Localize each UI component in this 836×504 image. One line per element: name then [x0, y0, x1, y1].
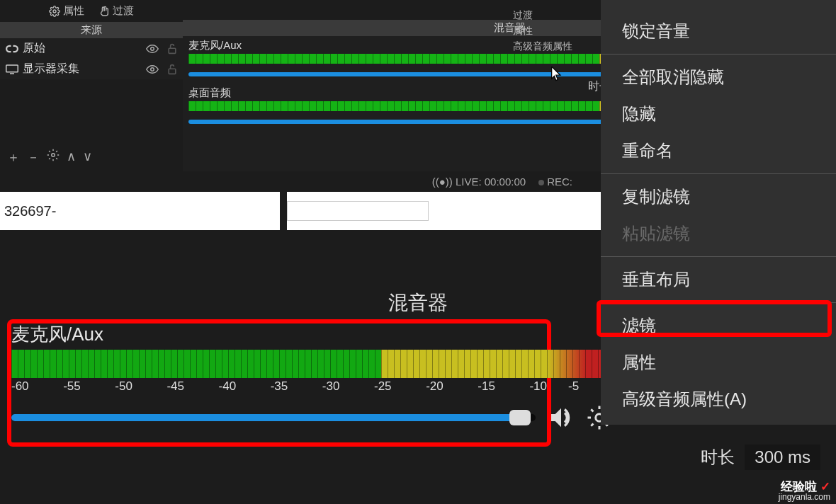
track-name: 麦克风/Aux	[188, 39, 242, 52]
tab-label: 属性	[63, 4, 84, 18]
speaker-icon[interactable]	[547, 406, 575, 430]
popup-item[interactable]: 高级音频属性	[513, 38, 572, 54]
rec-indicator: REC:	[538, 176, 572, 188]
eye-icon[interactable]	[146, 65, 159, 74]
monitor-icon	[6, 64, 18, 74]
cm-vertical-layout[interactable]: 垂直布局	[601, 261, 836, 298]
cm-copy-filters[interactable]: 复制滤镜	[601, 178, 836, 215]
svg-point-1	[151, 47, 154, 50]
source-item[interactable]: 原始	[0, 38, 183, 59]
tab-transitions[interactable]: 过渡	[93, 3, 140, 19]
gear-icon	[49, 6, 60, 17]
cm-hide[interactable]: 隐藏	[601, 96, 836, 132]
cm-rename[interactable]: 重命名	[601, 132, 836, 169]
big-audio-meter	[11, 350, 547, 378]
add-button[interactable]: ＋	[7, 149, 20, 166]
cm-paste-filters: 粘贴滤镜	[601, 215, 836, 252]
source-name: 显示器采集	[23, 62, 79, 76]
source-name: 原始	[23, 41, 45, 56]
cursor-icon	[551, 67, 563, 82]
cm-properties[interactable]: 属性	[601, 344, 836, 381]
big-volume-slider[interactable]	[11, 414, 536, 421]
settings-button[interactable]	[47, 149, 60, 166]
svg-point-4	[151, 67, 154, 71]
eye-icon[interactable]	[146, 45, 159, 53]
lock-icon[interactable]	[167, 64, 177, 75]
source-item[interactable]: 显示器采集	[0, 59, 183, 79]
svg-point-0	[53, 10, 56, 13]
dropdown-field[interactable]	[287, 201, 429, 221]
context-menu: 锁定音量 全部取消隐藏 隐藏 重命名 复制滤镜 粘贴滤镜 垂直布局 滤镜 属性 …	[601, 0, 836, 425]
highlight-box	[597, 300, 832, 337]
svg-point-6	[52, 154, 55, 157]
live-indicator: ((●)) LIVE: 00:00:00	[432, 176, 526, 188]
lock-icon[interactable]	[167, 43, 177, 55]
svg-rect-3	[6, 65, 18, 72]
cm-unhide-all[interactable]: 全部取消隐藏	[601, 59, 836, 96]
cm-advanced-audio[interactable]: 高级音频属性(A)	[601, 381, 836, 418]
duration-label: 时长	[701, 446, 735, 469]
move-up-button[interactable]: ∧	[67, 149, 76, 166]
tab-properties[interactable]: 属性	[43, 3, 90, 19]
svg-rect-2	[169, 48, 176, 53]
remove-button[interactable]: －	[27, 149, 40, 166]
track-name: 桌面音频	[188, 86, 231, 100]
cm-lock-volume[interactable]: 锁定音量	[601, 13, 836, 50]
hand-icon	[98, 6, 110, 17]
svg-rect-5	[169, 69, 176, 74]
highlight-box	[7, 319, 551, 447]
dropdown-popup: 过渡 属性 高级音频属性	[513, 7, 572, 54]
tab-label: 过渡	[113, 4, 134, 18]
popup-item[interactable]: 过渡	[513, 7, 572, 23]
duration-value[interactable]: 300 ms	[745, 445, 820, 470]
dropdown-text[interactable]: 326697-	[0, 203, 280, 219]
popup-item[interactable]: 属性	[513, 23, 572, 38]
move-down-button[interactable]: ∨	[83, 149, 92, 166]
sources-header: 来源	[0, 22, 183, 38]
link-icon	[6, 44, 18, 54]
watermark: 经验啦 ✓ jingyanla.com	[779, 481, 830, 501]
